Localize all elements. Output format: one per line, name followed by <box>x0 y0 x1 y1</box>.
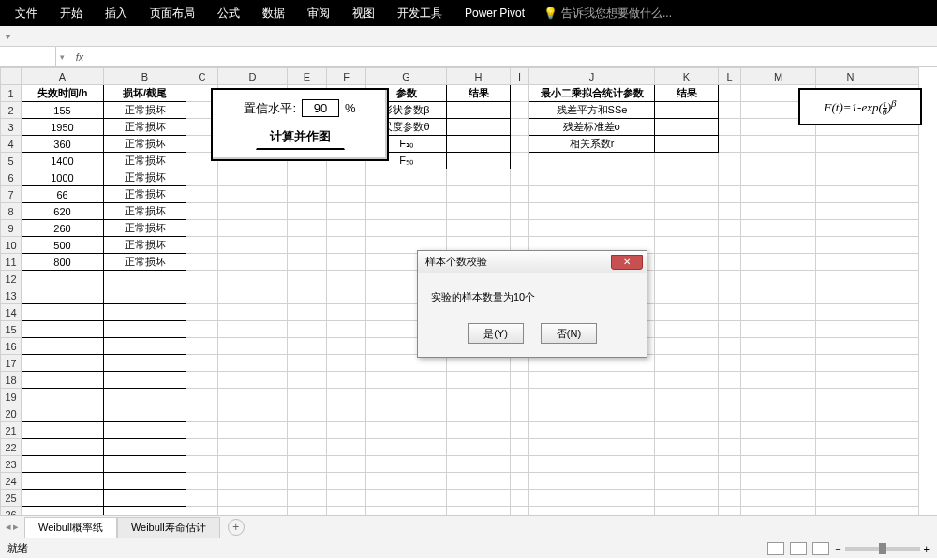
sheet-area[interactable]: ABCDEFGHIJKLMN1失效时间/h损坏/截尾参数结果最小二乘拟合统计参数… <box>0 67 937 515</box>
cell[interactable] <box>511 422 529 439</box>
cell[interactable] <box>511 439 529 456</box>
cell[interactable] <box>327 237 366 254</box>
cell[interactable] <box>655 321 719 338</box>
cell[interactable] <box>719 237 741 254</box>
cell[interactable] <box>816 490 885 507</box>
cell[interactable] <box>529 439 655 456</box>
view-normal-icon[interactable] <box>767 542 784 555</box>
cell[interactable] <box>288 405 327 422</box>
tell-me[interactable]: 💡 告诉我您想要做什么... <box>543 6 672 22</box>
cell[interactable] <box>719 271 741 287</box>
cell[interactable]: 1000 <box>22 169 104 186</box>
cell[interactable] <box>885 254 919 271</box>
row-header-24[interactable]: 24 <box>1 473 22 490</box>
cell[interactable] <box>719 254 741 271</box>
cell[interactable] <box>104 321 186 338</box>
ribbon-tab-formulas[interactable]: 公式 <box>206 6 251 22</box>
cell[interactable] <box>327 355 366 372</box>
row-header-8[interactable]: 8 <box>1 203 22 220</box>
cell[interactable] <box>218 304 288 321</box>
cell[interactable] <box>529 456 655 473</box>
cell[interactable] <box>655 203 719 220</box>
cell[interactable] <box>22 439 104 456</box>
row-header-3[interactable]: 3 <box>1 119 22 136</box>
ribbon-tab-file[interactable]: 文件 <box>4 6 49 22</box>
cell[interactable] <box>447 372 511 389</box>
col-header-H[interactable]: H <box>447 68 511 85</box>
cell[interactable] <box>816 304 885 321</box>
col-header-F[interactable]: F <box>327 68 366 85</box>
cell[interactable] <box>741 422 816 439</box>
cell[interactable]: 结果 <box>447 85 511 102</box>
cell[interactable] <box>719 389 741 405</box>
cell[interactable] <box>218 507 288 516</box>
cell[interactable] <box>885 237 919 254</box>
cell[interactable] <box>741 473 816 490</box>
cell[interactable] <box>366 203 447 220</box>
cell[interactable] <box>186 271 218 287</box>
cell[interactable] <box>288 389 327 405</box>
cell[interactable] <box>366 389 447 405</box>
cell[interactable] <box>529 405 655 422</box>
cell[interactable] <box>218 321 288 338</box>
cell[interactable] <box>741 355 816 372</box>
confidence-input[interactable] <box>302 99 339 117</box>
tab-scroll-last-icon[interactable]: ▸ <box>13 521 19 533</box>
cell[interactable] <box>741 136 816 153</box>
cell[interactable] <box>288 287 327 304</box>
cell[interactable] <box>22 355 104 372</box>
cell[interactable] <box>511 186 529 203</box>
cell[interactable] <box>719 355 741 372</box>
cell[interactable] <box>885 153 919 169</box>
cell[interactable] <box>218 186 288 203</box>
cell[interactable] <box>655 405 719 422</box>
cell[interactable] <box>816 338 885 355</box>
cell[interactable] <box>885 422 919 439</box>
cell[interactable] <box>816 186 885 203</box>
row-header-4[interactable]: 4 <box>1 136 22 153</box>
cell[interactable] <box>719 220 741 237</box>
cell[interactable] <box>885 439 919 456</box>
col-header-L[interactable]: L <box>719 68 741 85</box>
cell[interactable] <box>719 203 741 220</box>
cell[interactable] <box>816 389 885 405</box>
dialog-close-button[interactable]: ✕ <box>611 255 643 270</box>
dialog-no-button[interactable]: 否(N) <box>541 323 597 344</box>
cell[interactable] <box>529 169 655 186</box>
cell[interactable] <box>447 153 511 169</box>
cell[interactable] <box>511 169 529 186</box>
view-pagelayout-icon[interactable] <box>790 542 807 555</box>
row-header-13[interactable]: 13 <box>1 287 22 304</box>
cell[interactable] <box>719 439 741 456</box>
cell[interactable] <box>288 254 327 271</box>
cell[interactable] <box>366 473 447 490</box>
cell[interactable] <box>104 372 186 389</box>
cell[interactable] <box>288 439 327 456</box>
cell[interactable] <box>741 321 816 338</box>
cell[interactable] <box>655 102 719 119</box>
cell[interactable] <box>218 237 288 254</box>
cell[interactable] <box>22 490 104 507</box>
cell[interactable] <box>741 220 816 237</box>
cell[interactable] <box>529 422 655 439</box>
cell[interactable] <box>655 355 719 372</box>
cell[interactable] <box>22 405 104 422</box>
cell[interactable] <box>741 254 816 271</box>
cell[interactable] <box>655 372 719 389</box>
zoom-out-icon[interactable]: − <box>835 543 840 554</box>
cell[interactable] <box>288 507 327 516</box>
cell[interactable]: 正常损坏 <box>104 169 186 186</box>
cell[interactable] <box>655 422 719 439</box>
row-header-17[interactable]: 17 <box>1 355 22 372</box>
row-header-1[interactable]: 1 <box>1 85 22 102</box>
fx-icon[interactable]: fx <box>68 52 91 63</box>
cell[interactable] <box>327 287 366 304</box>
cell[interactable] <box>816 287 885 304</box>
cell[interactable] <box>741 372 816 389</box>
cell[interactable] <box>655 271 719 287</box>
cell[interactable] <box>218 169 288 186</box>
row-header-14[interactable]: 14 <box>1 304 22 321</box>
ribbon-tab-powerpivot[interactable]: Power Pivot <box>454 7 536 20</box>
cell[interactable] <box>366 220 447 237</box>
cell[interactable] <box>529 473 655 490</box>
